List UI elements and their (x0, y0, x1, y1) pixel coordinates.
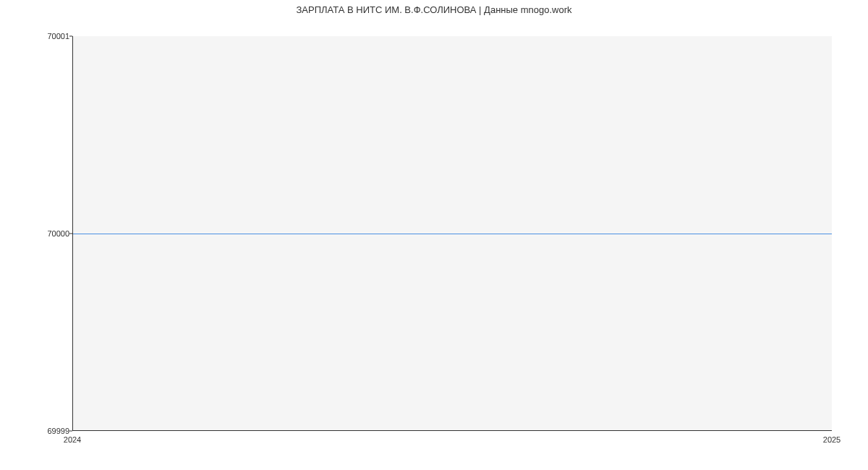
plot-area (72, 36, 832, 431)
y-tick-label: 69999 (4, 427, 69, 435)
chart-container: ЗАРПЛАТА В НИТС ИМ. В.Ф.СОЛИНОВА | Данны… (0, 0, 868, 470)
x-tick-label: 2025 (823, 435, 841, 444)
data-line (73, 234, 832, 234)
y-tick-label: 70001 (4, 32, 69, 40)
chart-title: ЗАРПЛАТА В НИТС ИМ. В.Ф.СОЛИНОВА | Данны… (0, 4, 868, 15)
x-tick-label: 2024 (64, 435, 81, 444)
y-tick-label: 70000 (4, 229, 69, 238)
